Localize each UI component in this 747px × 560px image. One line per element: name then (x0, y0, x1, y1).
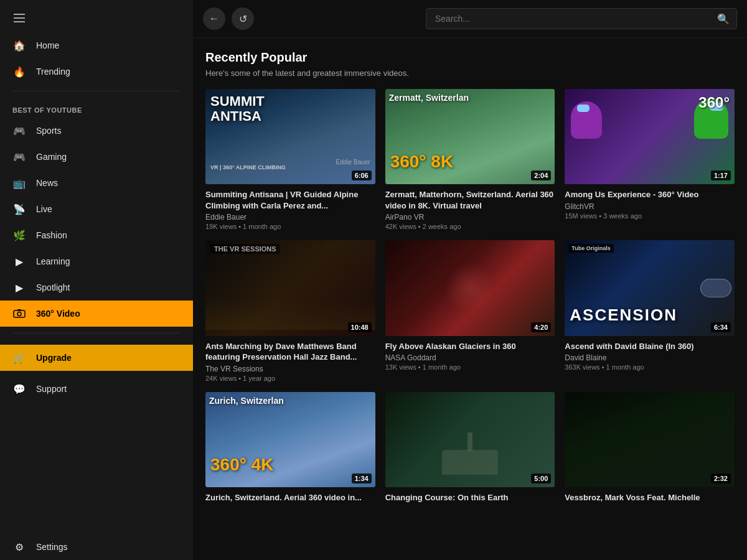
news-icon: 📺 (12, 176, 26, 190)
content-area: Recently Popular Here's some of the late… (193, 38, 747, 518)
video-title-8: Changing Course: On this Earth (385, 492, 555, 503)
svg-rect-0 (14, 310, 25, 317)
sidebar-item-upgrade[interactable]: 🛒 Upgrade (0, 345, 193, 371)
section-title: Recently Popular (205, 50, 735, 65)
thumbnail-3: 360° 1:17 (565, 89, 735, 184)
support-icon: 💬 (12, 382, 26, 396)
video-title-5: Fly Above Alaskan Glaciers in 360 (385, 341, 555, 352)
thumbnail-1: SUMMITANTISA VR | 360° ALPINE CLIMBING E… (205, 89, 375, 184)
thumbnail-9: 2:32 (565, 392, 735, 487)
video-card-1[interactable]: SUMMITANTISA VR | 360° ALPINE CLIMBING E… (205, 89, 375, 230)
topbar: ← ↺ 🔍 (193, 0, 747, 38)
spotlight-icon: ▶ (12, 281, 26, 294)
video-meta-5: 13K views • 1 month ago (385, 363, 555, 371)
video-title-6: Ascend with David Blaine (In 360) (565, 341, 735, 352)
settings-icon: ⚙ (12, 540, 26, 554)
sidebar-item-support-label: Support (36, 384, 67, 394)
duration-badge-3: 1:17 (711, 170, 731, 180)
thumbnail-4: THE VR SESSIONS 10:48 (205, 240, 375, 335)
video-card-3[interactable]: 360° 1:17 Among Us Experience - 360° Vid… (565, 89, 735, 230)
sidebar-item-fashion[interactable]: 🌿 Fashion (0, 222, 193, 248)
sidebar-item-sports[interactable]: 🎮 Sports (0, 118, 193, 144)
duration-badge-1: 6:06 (352, 170, 372, 180)
video-title-4: Ants Marching by Dave Matthews Band feat… (205, 341, 375, 363)
search-input[interactable] (426, 8, 737, 29)
thumbnail-6: Tube Originals ASCENSION 6:34 (565, 240, 735, 335)
sidebar-item-gaming[interactable]: 🎮 Gaming (0, 144, 193, 170)
duration-badge-6: 6:34 (711, 322, 731, 332)
video-card-7[interactable]: Zurich, Switzerlan 360° 4K 1:34 Zurich, … (205, 392, 375, 505)
hamburger-menu[interactable] (10, 10, 29, 26)
svg-point-1 (17, 312, 21, 316)
video-channel-2: AirPano VR (385, 213, 555, 222)
sidebar-item-news[interactable]: 📺 News (0, 170, 193, 196)
video-title-1: Summiting Antisana | VR Guided Alpine Cl… (205, 189, 375, 211)
main-panel: ← ↺ 🔍 Recently Popular Here's some of th… (193, 0, 747, 560)
video-card-2[interactable]: Zermatt, Switzerlan 360° 8K 2:04 Zermatt… (385, 89, 555, 230)
sidebar-item-sports-label: Sports (36, 126, 61, 136)
video-meta-6: 363K views • 1 month ago (565, 363, 735, 371)
video-info-7: Zurich, Switzerland. Aerial 360 video in… (205, 487, 375, 505)
video-meta-1: 19K views • 1 month ago (205, 223, 375, 230)
sidebar-item-upgrade-label: Upgrade (36, 353, 72, 363)
trending-icon: 🔥 (12, 65, 26, 78)
learning-icon: ▶ (12, 254, 26, 268)
video-title-7: Zurich, Switzerland. Aerial 360 video in… (205, 492, 375, 503)
video-channel-5: NASA Goddard (385, 353, 555, 362)
video-info-2: Zermatt, Matterhorn, Switzerland. Aerial… (385, 184, 555, 230)
live-icon: 📡 (12, 202, 26, 216)
sidebar-item-home-label: Home (36, 40, 59, 50)
video-info-6: Ascend with David Blaine (In 360) David … (565, 336, 735, 371)
video-title-2: Zermatt, Matterhorn, Switzerland. Aerial… (385, 189, 555, 211)
duration-badge-8: 5:00 (531, 474, 551, 483)
sidebar-item-360-video[interactable]: 360° Video (0, 301, 193, 327)
video-meta-2: 42K views • 2 weeks ago (385, 223, 555, 230)
sidebar: 🏠 Home 🔥 Trending BEST OF YOUTUBE 🎮 Spor… (0, 0, 193, 560)
duration-badge-4: 10:48 (348, 322, 372, 332)
upgrade-icon: 🛒 (12, 351, 26, 365)
sidebar-item-trending-label: Trending (36, 67, 70, 77)
video-channel-3: GlitchVR (565, 202, 735, 211)
video-info-5: Fly Above Alaskan Glaciers in 360 NASA G… (385, 336, 555, 371)
video-title-9: Vessbroz, Mark Voss Feat. Michelle (565, 492, 735, 503)
sidebar-item-news-label: News (36, 178, 58, 188)
sidebar-item-support[interactable]: 💬 Support (0, 376, 193, 402)
video-card-9[interactable]: 2:32 Vessbroz, Mark Voss Feat. Michelle (565, 392, 735, 505)
sidebar-item-live[interactable]: 📡 Live (0, 196, 193, 222)
sidebar-item-fashion-label: Fashion (36, 230, 67, 240)
duration-badge-5: 4:20 (531, 322, 551, 332)
sidebar-item-learning[interactable]: ▶ Learning (0, 248, 193, 274)
refresh-button[interactable]: ↺ (232, 7, 254, 30)
duration-badge-7: 1:34 (352, 474, 372, 483)
thumbnail-7: Zurich, Switzerlan 360° 4K 1:34 (205, 392, 375, 487)
video-meta-3: 15M views • 3 weeks ago (565, 212, 735, 220)
video-card-8[interactable]: 5:00 Changing Course: On this Earth (385, 392, 555, 505)
sidebar-item-spotlight-label: Spotlight (36, 282, 70, 292)
thumbnail-5: 4:20 (385, 240, 555, 335)
svg-rect-2 (17, 309, 21, 310)
video-card-4[interactable]: THE VR SESSIONS 10:48 Ants Marching by D… (205, 240, 375, 381)
sidebar-item-360-label: 360° Video (36, 309, 80, 319)
back-button[interactable]: ← (203, 7, 225, 30)
video-meta-4: 24K views • 1 year ago (205, 375, 375, 382)
sidebar-item-settings[interactable]: ⚙ Settings (0, 534, 193, 560)
video-channel-1: Eddie Bauer (205, 213, 375, 222)
sidebar-item-gaming-label: Gaming (36, 152, 67, 162)
search-icon: 🔍 (717, 13, 730, 25)
video-card-6[interactable]: Tube Originals ASCENSION 6:34 Ascend wit… (565, 240, 735, 381)
video-info-3: Among Us Experience - 360° Video GlitchV… (565, 184, 735, 220)
sidebar-divider-2 (12, 333, 181, 334)
sidebar-item-spotlight[interactable]: ▶ Spotlight (0, 274, 193, 301)
sidebar-item-live-label: Live (36, 204, 52, 214)
video-grid: SUMMITANTISA VR | 360° ALPINE CLIMBING E… (205, 89, 735, 505)
sidebar-divider-1 (12, 91, 181, 91)
sports-icon: 🎮 (12, 124, 26, 138)
thumbnail-8: 5:00 (385, 392, 555, 487)
sidebar-item-trending[interactable]: 🔥 Trending (0, 58, 193, 85)
video-title-3: Among Us Experience - 360° Video (565, 189, 735, 200)
gaming-icon: 🎮 (12, 150, 26, 164)
video-channel-6: David Blaine (565, 353, 735, 362)
sidebar-item-home[interactable]: 🏠 Home (0, 32, 193, 58)
video-card-5[interactable]: 4:20 Fly Above Alaskan Glaciers in 360 N… (385, 240, 555, 381)
video-channel-4: The VR Sessions (205, 365, 375, 373)
